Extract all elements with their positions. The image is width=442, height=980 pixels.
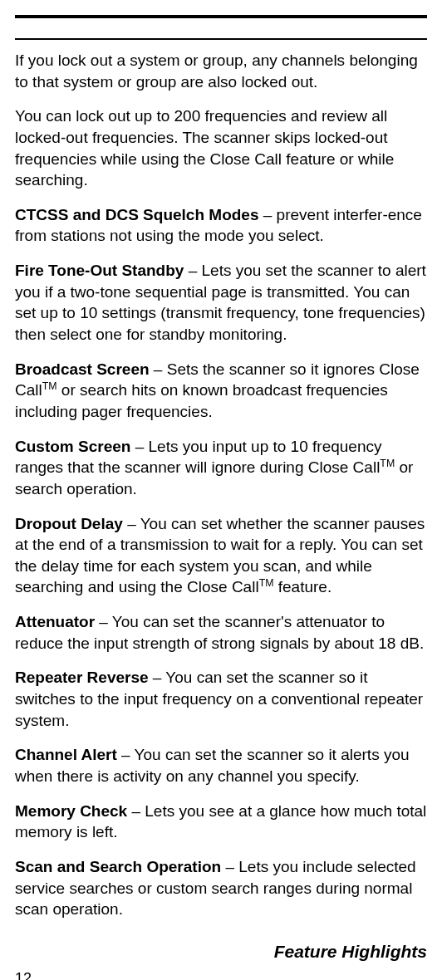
feature-title: Broadcast Screen (15, 360, 150, 378)
page-number: 12 (15, 968, 427, 980)
tm-mark: TM (42, 380, 57, 392)
feature-title: Channel Alert (15, 746, 117, 763)
feature-memory: Memory Check – Lets you see at a glance … (15, 801, 427, 843)
intro-paragraph-2: You can lock out up to 200 frequencies a… (15, 105, 427, 191)
feature-custom: Custom Screen – Lets you input up to 10 … (15, 436, 427, 500)
feature-dropout: Dropout Delay – You can set whether the … (15, 513, 427, 599)
feature-body-post: feature. (273, 578, 332, 595)
feature-body-post: or search hits on known broadcast freque… (15, 381, 388, 420)
feature-title: Fire Tone-Out Standby (15, 262, 184, 279)
feature-attenuator: Attenuator – You can set the scanner's a… (15, 611, 427, 654)
feature-title: Dropout Delay (15, 515, 123, 532)
feature-title: Custom Screen (15, 438, 130, 455)
feature-fire: Fire Tone-Out Standby – Lets you set the… (15, 260, 427, 345)
feature-scan: Scan and Search Operation – Lets you inc… (15, 856, 427, 920)
section-title: Feature Highlights (15, 940, 427, 963)
feature-title: Attenuator (15, 613, 95, 630)
top-rule-thin (15, 38, 427, 40)
top-rule-thick (15, 15, 427, 18)
feature-channel: Channel Alert – You can set the scanner … (15, 744, 427, 786)
feature-title: Repeater Reverse (15, 669, 149, 686)
intro-paragraph-1: If you lock out a system or group, any c… (15, 50, 427, 92)
content-body: If you lock out a system or group, any c… (15, 50, 427, 933)
feature-repeater: Repeater Reverse – You can set the scann… (15, 667, 427, 731)
feature-title: CTCSS and DCS Squelch Modes (15, 206, 258, 223)
feature-ctcss: CTCSS and DCS Squelch Modes – prevent in… (15, 204, 427, 247)
feature-title: Memory Check (15, 802, 127, 820)
feature-broadcast: Broadcast Screen – Sets the scanner so i… (15, 359, 427, 423)
tm-mark: TM (259, 577, 274, 589)
feature-title: Scan and Search Operation (15, 858, 221, 875)
tm-mark: TM (380, 458, 395, 469)
